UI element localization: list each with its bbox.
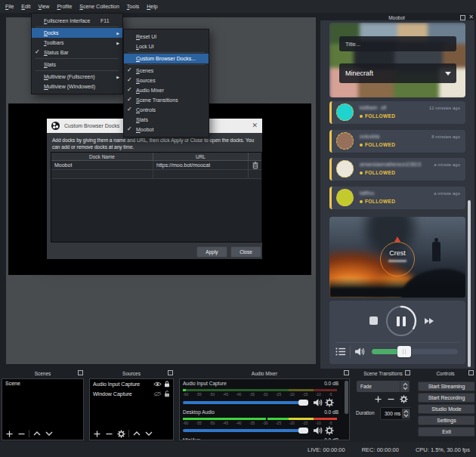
source-properties-gear-icon[interactable] (116, 429, 125, 438)
stream-title-input[interactable]: Title... (339, 36, 456, 51)
follower-card[interactable]: kidflash_off FOLLOWED 12 minutes ago (329, 101, 465, 124)
menu-item-fullscreen-interface[interactable]: Fullscreen Interface F11 (32, 16, 122, 26)
transition-properties-gear-icon[interactable] (399, 394, 408, 403)
dock-float-icon[interactable] (405, 370, 410, 375)
menu-item-audio-mixer[interactable]: ✓ Audio Mixer (124, 85, 209, 95)
dock-name-cell[interactable]: Moobot (51, 161, 153, 169)
scrollbar[interactable] (345, 381, 348, 414)
menu-item-multiview-windowed[interactable]: Multiview (Windowed) (32, 82, 122, 91)
dock-float-icon[interactable] (344, 370, 349, 375)
stop-button[interactable] (369, 317, 378, 325)
channel-gear-icon[interactable] (325, 426, 334, 435)
volume-slider[interactable] (183, 401, 308, 404)
volume-handle[interactable] (298, 400, 308, 406)
lock-icon[interactable] (164, 381, 170, 388)
dock-float-icon[interactable] (468, 370, 474, 375)
controls-dock-titlebar[interactable]: Controls (415, 369, 476, 378)
dialog-close-icon[interactable]: ✕ (252, 122, 258, 129)
menu-item-sources[interactable]: ✓ Sources (124, 76, 209, 85)
duration-spinbox[interactable]: 300 ms (380, 407, 411, 420)
add-source-button[interactable] (92, 429, 101, 438)
menu-item-controls[interactable]: ✓ Controls (124, 105, 209, 115)
volume-slider[interactable] (372, 349, 458, 354)
speaker-icon[interactable] (313, 426, 323, 435)
volume-handle[interactable] (298, 428, 308, 434)
start-streaming-button[interactable]: Start Streaming (418, 381, 474, 391)
move-source-up-button[interactable] (132, 429, 141, 438)
menu-view[interactable]: View (34, 0, 53, 13)
combo-spinner[interactable] (400, 381, 410, 392)
eye-icon[interactable] (153, 381, 162, 387)
menu-help[interactable]: Help (143, 0, 161, 13)
dock-close-icon[interactable]: ✕ (468, 14, 474, 20)
audio-mixer-dock-titlebar[interactable]: Audio Mixer (178, 369, 351, 378)
menu-item-stats[interactable]: Stats (32, 60, 122, 69)
start-recording-button[interactable]: Start Recording (418, 393, 474, 403)
menu-file[interactable]: File (2, 0, 17, 13)
submenu-arrow-icon: ▶ (116, 31, 119, 36)
speaker-icon[interactable] (354, 347, 365, 357)
delete-dock-button[interactable] (249, 161, 261, 169)
transition-select[interactable]: Fade (357, 381, 410, 392)
move-scene-up-button[interactable] (32, 429, 42, 438)
empty-name-cell[interactable] (51, 170, 153, 178)
volume-slider[interactable] (183, 429, 308, 432)
dock-float-icon[interactable] (168, 370, 173, 375)
menu-edit[interactable]: Edit (17, 0, 34, 13)
follower-time: a minute ago (434, 162, 460, 167)
source-list-item[interactable]: Window Capture (90, 389, 173, 399)
follower-card[interactable]: sokudda_ FOLLOWED 8 minutes ago (329, 130, 465, 153)
dock-float-icon[interactable] (460, 15, 465, 20)
menu-item-status-bar[interactable]: ✓ Status Bar (32, 48, 122, 57)
follower-card[interactable]: tatffou FOLLOWED a minute ago (329, 187, 465, 209)
remove-transition-button[interactable] (386, 394, 395, 403)
menu-item-moobot[interactable]: ✓ Moobot (124, 125, 209, 134)
move-source-down-button[interactable] (144, 429, 153, 438)
exit-button[interactable]: Exit (418, 427, 474, 437)
menu-item-docks[interactable]: Docks ▶ (32, 28, 122, 38)
column-header-dock-name[interactable]: Dock Name (51, 153, 153, 160)
menu-item-multiview-fullscreen[interactable]: Multiview (Fullscreen) ▶ (32, 72, 122, 82)
volume-handle[interactable] (397, 346, 411, 357)
scenes-dock-titlebar[interactable]: Scenes (0, 369, 85, 378)
source-list-item[interactable]: Audio Input Capture (90, 379, 173, 389)
remove-scene-button[interactable] (17, 429, 26, 438)
menu-item-stats-dock[interactable]: Stats (124, 115, 209, 125)
move-scene-down-button[interactable] (45, 429, 54, 438)
column-header-url[interactable]: URL (153, 153, 249, 160)
speaker-icon[interactable] (313, 398, 323, 407)
menu-profile[interactable]: Profile (53, 0, 76, 13)
menu-tools[interactable]: Tools (123, 0, 143, 13)
follower-card[interactable]: amandasmatherson23815 FOLLOWED a minute … (329, 158, 465, 181)
settings-button[interactable]: Settings (418, 415, 474, 425)
queue-icon[interactable] (335, 347, 346, 357)
studio-mode-button[interactable]: Studio Mode (418, 404, 474, 414)
menu-scene-collection[interactable]: Scene Collection (76, 0, 123, 13)
eye-slash-icon[interactable] (153, 391, 162, 397)
sources-dock-titlebar[interactable]: Sources (88, 369, 175, 378)
close-button[interactable]: Close (230, 246, 261, 258)
menu-item-custom-browser-docks[interactable]: Custom Browser Docks... (124, 54, 209, 63)
channel-gear-icon[interactable] (325, 398, 334, 407)
remove-source-button[interactable] (104, 429, 113, 438)
unlock-icon[interactable] (164, 391, 170, 397)
add-scene-button[interactable] (5, 429, 14, 438)
dialog-description: Add docks by giving them a name and URL,… (52, 137, 258, 151)
menu-item-scene-transitions[interactable]: ✓ Scene Transitions (124, 95, 209, 105)
scrollbar[interactable] (468, 200, 471, 367)
skip-button[interactable] (425, 318, 434, 324)
spinbox-arrows[interactable] (402, 409, 410, 418)
menu-item-scenes[interactable]: ✓ Scenes (124, 66, 209, 76)
dock-float-icon[interactable] (78, 370, 83, 375)
add-transition-button[interactable] (373, 394, 382, 403)
menu-item-toolbars[interactable]: Toolbars ▶ (32, 38, 122, 48)
game-select[interactable]: Minecraft (339, 63, 456, 83)
menu-item-reset-ui[interactable]: Reset UI (124, 32, 209, 42)
empty-url-cell[interactable] (153, 170, 249, 178)
dock-url-cell[interactable]: https://moo.bot/moocat (153, 161, 249, 169)
scene-transitions-dock-titlebar[interactable]: Scene Transitions (354, 369, 413, 378)
apply-button[interactable]: Apply (196, 246, 227, 258)
scene-list-item[interactable]: Scene (2, 379, 83, 388)
pause-button[interactable] (384, 304, 419, 338)
menu-item-lock-ui[interactable]: Lock UI (124, 42, 209, 51)
